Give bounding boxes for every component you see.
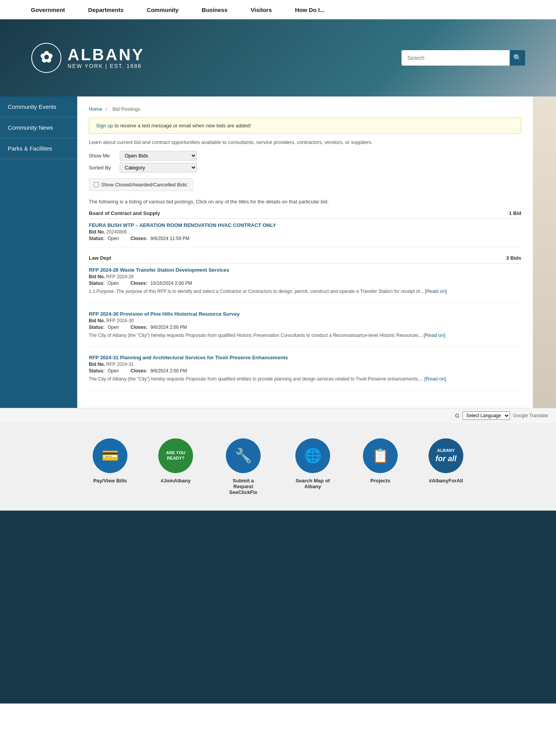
breadcrumb-home[interactable]: Home — [89, 106, 102, 112]
bid-title-rfp2024-26[interactable]: RFP 2024-26 Waste Transfer Station Devel… — [89, 267, 229, 273]
sorted-by-select[interactable]: Category Date Department — [120, 163, 197, 173]
seeclickfix-label: Submit a Request SeeClickFix — [224, 478, 263, 495]
listing-intro-text: The following is a listing of various bi… — [89, 199, 521, 205]
category-bid-count-law: 3 Bids — [506, 255, 521, 261]
nav-visitors[interactable]: Visitors — [251, 7, 272, 13]
bid-read-more-rfp2024-31[interactable]: [Read on] — [424, 376, 446, 382]
footer-link-projects[interactable]: 📋 Projects — [363, 438, 398, 495]
filters-section: Show Me Open Bids All Bids Closed Bids S… — [89, 151, 521, 173]
seeclickfix-icon: 🔧 — [226, 438, 261, 473]
bid-status-rfp2024-31: Status: Open Closes: 9/6/2024 2:00 PM — [89, 368, 521, 374]
footer-quick-links: 💳 Pay/View Bills ARE YOUREADY? #JoinAlba… — [0, 423, 556, 511]
footer-link-albany-for-all[interactable]: ALBANYfor all #AlbanyForAll — [429, 438, 463, 495]
pay-bills-icon: 💳 — [93, 438, 127, 473]
albany-for-all-label: #AlbanyForAll — [429, 478, 463, 484]
show-me-label: Show Me — [89, 153, 120, 159]
content-area: Home › Bid Postings Sign up to receive a… — [77, 96, 533, 408]
translate-bar: G Select Language Google Translate — [0, 408, 556, 423]
sidebar-item-parks-facilities[interactable]: Parks & Facilities — [0, 138, 77, 159]
bid-item-rfp2024-26: RFP 2024-26 Waste Transfer Station Devel… — [89, 267, 521, 303]
bid-status-rfp2024-30: Status: Open Closes: 9/6/2024 2:00 PM — [89, 325, 521, 330]
google-translate-icon: G — [455, 413, 459, 419]
bid-desc-rfp2024-26: 1.1.Purpose. The purpose of this RFP is … — [89, 288, 521, 295]
right-decoration — [533, 96, 556, 408]
city-name: ALBANY — [68, 47, 144, 63]
nav-business[interactable]: Business — [202, 7, 228, 13]
bid-closes-feura: Closes: 9/6/2024 11:59 PM — [131, 236, 190, 241]
projects-label: Projects — [370, 478, 390, 484]
bid-item-feura: FEURA BUSH WTP – AERATION ROOM RENOVATIO… — [89, 222, 521, 247]
join-albany-label: #JoinAlbany — [161, 478, 190, 484]
search-icon: 🔍 — [513, 54, 522, 62]
dark-footer — [0, 511, 556, 704]
breadcrumb: Home › Bid Postings — [89, 106, 521, 112]
main-content: Community Events Community News Parks & … — [0, 96, 556, 408]
pay-bills-label: Pay/View Bills — [93, 478, 127, 484]
bid-number-rfp2024-31: Bid No. RFP 2024-31 — [89, 362, 521, 367]
category-name-board: Board of Contract and Supply — [89, 210, 160, 216]
bid-number-feura: Bid No. 20240806 — [89, 229, 521, 235]
bid-number-rfp2024-30: Bid No. RFP 2024-30 — [89, 318, 521, 323]
city-subtitle: NEW YORK | EST. 1686 — [68, 63, 144, 69]
bid-title-rfp2024-31[interactable]: RFP 2024-31 Planning and Architectural S… — [89, 355, 288, 360]
category-bid-count-board: 1 Bid — [509, 210, 521, 216]
bid-title-rfp2024-30[interactable]: RFP 2024-30 Provision of Pine Hills Hist… — [89, 311, 240, 317]
bid-number-rfp2024-26: Bid No. RFP 2024-26 — [89, 274, 521, 279]
show-me-filter-row: Show Me Open Bids All Bids Closed Bids — [89, 151, 521, 161]
logo-text: ALBANY NEW YORK | EST. 1686 — [68, 47, 144, 69]
category-header-law: Law Dept 3 Bids — [89, 255, 521, 264]
projects-icon: 📋 — [363, 438, 398, 473]
closed-bids-label: Show Closed/Awarded/Cancelled Bids: — [101, 182, 188, 188]
top-navigation: Government Departments Community Busines… — [0, 0, 556, 19]
search-map-icon: 🌐 — [295, 438, 330, 473]
category-name-law: Law Dept — [89, 255, 111, 261]
bid-title-feura[interactable]: FEURA BUSH WTP – AERATION ROOM RENOVATIO… — [89, 222, 276, 228]
nav-community[interactable]: Community — [147, 7, 179, 13]
category-law-dept: Law Dept 3 Bids RFP 2024-26 Waste Transf… — [89, 255, 521, 391]
hero-section: ✿ ALBANY NEW YORK | EST. 1686 🔍 — [0, 19, 556, 96]
bid-status-feura: Status: Open Closes: 9/6/2024 11:59 PM — [89, 236, 521, 241]
closed-bids-checkbox[interactable] — [94, 182, 99, 187]
sidebar-item-community-events[interactable]: Community Events — [0, 96, 77, 117]
bid-status-value-feura: Status: Open — [89, 236, 119, 241]
svg-text:✿: ✿ — [40, 49, 53, 66]
category-board-of-contract: Board of Contract and Supply 1 Bid FEURA… — [89, 210, 521, 247]
join-albany-icon: ARE YOUREADY? — [158, 438, 193, 473]
footer-link-seeclickfix[interactable]: 🔧 Submit a Request SeeClickFix — [224, 438, 263, 495]
nav-government[interactable]: Government — [31, 7, 65, 13]
bid-read-more-rfp2024-26[interactable]: [Read on] — [425, 288, 447, 294]
search-input[interactable] — [402, 50, 510, 66]
search-button[interactable]: 🔍 — [510, 50, 525, 66]
signup-text: to receive a text message or email when … — [113, 123, 251, 129]
signup-notification-box: Sign up to receive a text message or ema… — [89, 118, 521, 134]
footer-link-join-albany[interactable]: ARE YOUREADY? #JoinAlbany — [158, 438, 193, 495]
footer-link-pay-bills[interactable]: 💳 Pay/View Bills — [93, 438, 127, 495]
bid-info-text: Learn about current bid and contract opp… — [89, 139, 521, 145]
bid-desc-rfp2024-31: The City of Albany (the "City") hereby r… — [89, 375, 521, 383]
bid-item-rfp2024-30: RFP 2024-30 Provision of Pine Hills Hist… — [89, 311, 521, 347]
nav-how-do-i[interactable]: How Do I... — [295, 7, 325, 13]
google-translate-label: Google Translate — [513, 413, 548, 418]
signup-link[interactable]: Sign up — [96, 123, 113, 129]
bid-read-more-rfp2024-30[interactable]: [Read on] — [424, 332, 445, 338]
bid-item-rfp2024-31: RFP 2024-31 Planning and Architectural S… — [89, 354, 521, 391]
sidebar-item-community-news[interactable]: Community News — [0, 117, 77, 138]
city-logo-icon: ✿ — [31, 42, 62, 73]
category-header-board: Board of Contract and Supply 1 Bid — [89, 210, 521, 219]
closed-bids-box: Show Closed/Awarded/Cancelled Bids: — [89, 178, 193, 191]
search-bar: 🔍 — [402, 50, 525, 66]
breadcrumb-separator: › — [105, 106, 107, 112]
search-map-label: Search Map of Albany — [293, 478, 332, 489]
logo-area: ✿ ALBANY NEW YORK | EST. 1686 — [31, 42, 144, 73]
sidebar: Community Events Community News Parks & … — [0, 96, 77, 408]
nav-departments[interactable]: Departments — [88, 7, 124, 13]
bid-desc-rfp2024-30: The City of Albany (the "City") hereby r… — [89, 331, 521, 339]
breadcrumb-current: Bid Postings — [112, 106, 140, 112]
bid-status-rfp2024-26: Status: Open Closes: 10/16/2024 2:00 PM — [89, 281, 521, 286]
sorted-by-label: Sorted By — [89, 165, 120, 171]
footer-link-search-map[interactable]: 🌐 Search Map of Albany — [293, 438, 332, 495]
albany-for-all-icon: ALBANYfor all — [429, 438, 463, 473]
show-me-select[interactable]: Open Bids All Bids Closed Bids — [120, 151, 197, 161]
sorted-by-filter-row: Sorted By Category Date Department — [89, 163, 521, 173]
language-select[interactable]: Select Language — [463, 411, 510, 420]
